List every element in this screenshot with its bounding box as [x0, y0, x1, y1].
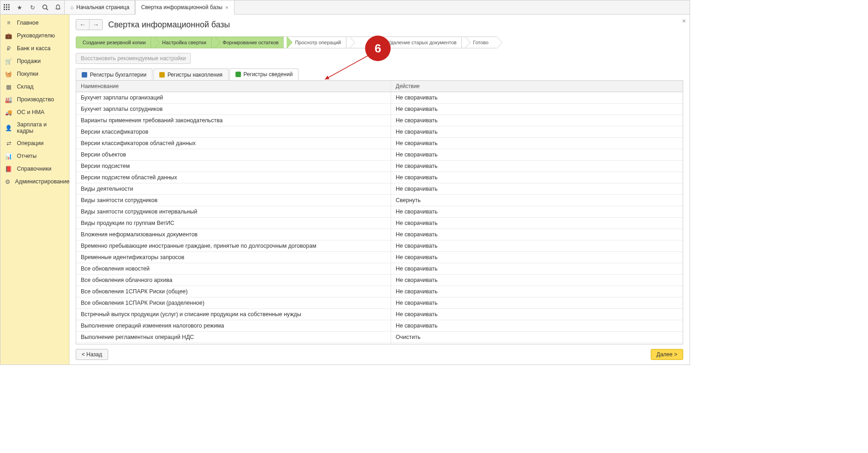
- table-row[interactable]: Виды занятости сотрудников интервальныйН…: [76, 206, 683, 218]
- sidebar-item-label: Склад: [17, 83, 33, 90]
- register-tab-2[interactable]: Регистры сведений: [230, 68, 299, 80]
- sidebar-item-3[interactable]: 🛒Продажи: [0, 55, 69, 68]
- restore-settings-button[interactable]: Восстановить рекомендуемые настройки: [76, 53, 191, 64]
- sidebar-item-5[interactable]: ▦Склад: [0, 80, 69, 93]
- table-row[interactable]: Версии объектовНе сворачивать: [76, 149, 683, 161]
- sidebar-item-label: ОС и НМА: [17, 109, 44, 115]
- row-name: Временные идентификаторы запросов: [76, 252, 391, 263]
- table-row[interactable]: Версии подсистемНе сворачивать: [76, 161, 683, 172]
- ops-icon: ⇄: [5, 140, 12, 147]
- sidebar-item-label: Администрирование: [15, 178, 69, 185]
- table-row[interactable]: Виды занятости сотрудниковСвернуть: [76, 195, 683, 206]
- close-icon[interactable]: ×: [225, 4, 229, 11]
- row-action: Не сворачивать: [391, 161, 683, 172]
- row-action: Очистить: [391, 332, 683, 343]
- table-row[interactable]: Все обновления 1СПАРК Риски (разделенное…: [76, 297, 683, 309]
- svg-line-10: [47, 9, 48, 10]
- table-row[interactable]: Версии классификаторовНе сворачивать: [76, 126, 683, 138]
- row-action: Не сворачивать: [391, 126, 683, 137]
- table-row[interactable]: Выполнение регламентных операций НДСОчис…: [76, 332, 683, 343]
- table-row[interactable]: Виды деятельностиНе сворачивать: [76, 183, 683, 195]
- sidebar-item-9[interactable]: ⇄Операции: [0, 137, 69, 150]
- sidebar-item-10[interactable]: 📊Отчеты: [0, 150, 69, 162]
- svg-rect-0: [4, 4, 5, 5]
- table-row[interactable]: Бухучет зарплаты сотрудниковНе сворачива…: [76, 104, 683, 115]
- wizard-step-2[interactable]: Форнирование остатков: [211, 36, 288, 48]
- register-tab-label: Регистры бухгалтерии: [90, 72, 146, 78]
- sidebar-item-label: Руководителю: [17, 32, 55, 39]
- row-name: Версии подсистем: [76, 161, 391, 172]
- svg-rect-6: [4, 9, 5, 10]
- register-tab-1[interactable]: Регистры накопления: [153, 68, 229, 80]
- sidebar-item-11[interactable]: 📕Справочники: [0, 162, 69, 175]
- nav-back-button[interactable]: ←: [76, 20, 89, 30]
- back-button[interactable]: < Назад: [76, 349, 108, 360]
- tab-home[interactable]: ⌂ Начальная страница: [64, 0, 135, 14]
- row-action: Не сворачивать: [391, 252, 683, 263]
- table-row[interactable]: Варианты применения требований законодат…: [76, 115, 683, 126]
- wizard-step-1[interactable]: Настройка свертки: [151, 36, 214, 48]
- sidebar-item-0[interactable]: ≡Главное: [0, 16, 69, 29]
- factory-icon: 🏭: [5, 96, 12, 103]
- sidebar-item-1[interactable]: 💼Руководителю: [0, 29, 69, 42]
- wizard-step-0[interactable]: Создание резервной копии: [76, 36, 154, 48]
- tab-active[interactable]: Свертка информационной базы ×: [135, 0, 235, 15]
- gear-icon: ⚙: [5, 178, 10, 185]
- table-row[interactable]: Все обновления новостейНе сворачивать: [76, 263, 683, 275]
- register-icon: [82, 72, 87, 78]
- table-row[interactable]: Версии классификаторов областей данныхНе…: [76, 138, 683, 149]
- apps-icon[interactable]: [2, 3, 11, 12]
- table-row[interactable]: Временно пребывающие иностранные граждан…: [76, 240, 683, 252]
- sidebar-item-8[interactable]: 👤Зарплата и кадры: [0, 119, 69, 137]
- wizard-step-3[interactable]: Проснотр операций: [283, 36, 350, 48]
- sidebar-item-label: Производство: [17, 96, 54, 103]
- basket-icon: 🧺: [5, 70, 12, 78]
- register-tabs: Регистры бухгалтерииРегистры накопленияР…: [69, 68, 690, 80]
- nav-forward-button[interactable]: →: [89, 20, 102, 30]
- table-row[interactable]: Все обновления облачного архиваНе сворач…: [76, 275, 683, 286]
- nav-buttons: ← →: [76, 19, 103, 30]
- sidebar-item-4[interactable]: 🧺Покупки: [0, 68, 69, 80]
- panel-close-icon[interactable]: ×: [682, 17, 686, 25]
- sidebar-item-label: Главное: [17, 20, 39, 26]
- row-action: Не сворачивать: [391, 104, 683, 115]
- sidebar-item-2[interactable]: ₽Банк и касса: [0, 42, 69, 55]
- svg-rect-4: [6, 6, 7, 8]
- row-name: Виды занятости сотрудников: [76, 195, 391, 206]
- row-name: Бухучет зарплаты сотрудников: [76, 104, 391, 115]
- bell-icon[interactable]: [53, 3, 63, 12]
- history-icon[interactable]: ↻: [28, 3, 37, 12]
- next-button[interactable]: Далее >: [651, 349, 684, 360]
- row-action: Не сворачивать: [391, 149, 683, 160]
- table-row[interactable]: Виды продукции по группам ВетИСНе сворач…: [76, 218, 683, 229]
- table-row[interactable]: Вложения неформализованных документовНе …: [76, 229, 683, 240]
- table-header-action[interactable]: Действие: [391, 81, 683, 92]
- row-name: Варианты применения требований законодат…: [76, 115, 391, 126]
- sidebar-item-7[interactable]: 🚚ОС и НМА: [0, 106, 69, 119]
- row-name: Вложения неформализованных документов: [76, 229, 391, 240]
- row-name: Все обновления новостей: [76, 263, 391, 274]
- table-body[interactable]: Бухучет зарплаты организацийНе сворачива…: [76, 92, 683, 344]
- table-row[interactable]: Временные идентификаторы запросовНе свор…: [76, 252, 683, 263]
- table-row[interactable]: Бухучет зарплаты организацийНе сворачива…: [76, 92, 683, 104]
- star-icon[interactable]: ★: [15, 3, 24, 12]
- row-action: Не сворачивать: [391, 286, 683, 297]
- table-row[interactable]: Выполнение операций изменения налогового…: [76, 320, 683, 332]
- book-icon: 📕: [5, 165, 12, 172]
- sidebar-item-6[interactable]: 🏭Производство: [0, 93, 69, 106]
- svg-rect-8: [8, 9, 10, 10]
- table-header-name[interactable]: Наименование: [76, 81, 391, 92]
- table-row[interactable]: Версии подсистем областей данныхНе свора…: [76, 172, 683, 183]
- search-icon[interactable]: [41, 3, 50, 12]
- row-action: Не сворачивать: [391, 309, 683, 320]
- sidebar-item-12[interactable]: ⚙Администрирование: [0, 175, 69, 188]
- register-tab-0[interactable]: Регистры бухгалтерии: [76, 68, 152, 80]
- cart-icon: 🛒: [5, 57, 12, 65]
- table-row[interactable]: Все обновления 1СПАРК Риски (общее)Не св…: [76, 286, 683, 297]
- table-row[interactable]: Вычеты к доходам по НДФЛНе сворачивать: [76, 343, 683, 344]
- row-name: Версии классификаторов: [76, 126, 391, 137]
- row-name: Все обновления 1СПАРК Риски (разделенное…: [76, 297, 391, 308]
- row-action: Не сворачивать: [391, 240, 683, 251]
- table-row[interactable]: Встречный выпуск продукции (услуг) и спи…: [76, 309, 683, 320]
- row-action: Не сворачивать: [391, 297, 683, 308]
